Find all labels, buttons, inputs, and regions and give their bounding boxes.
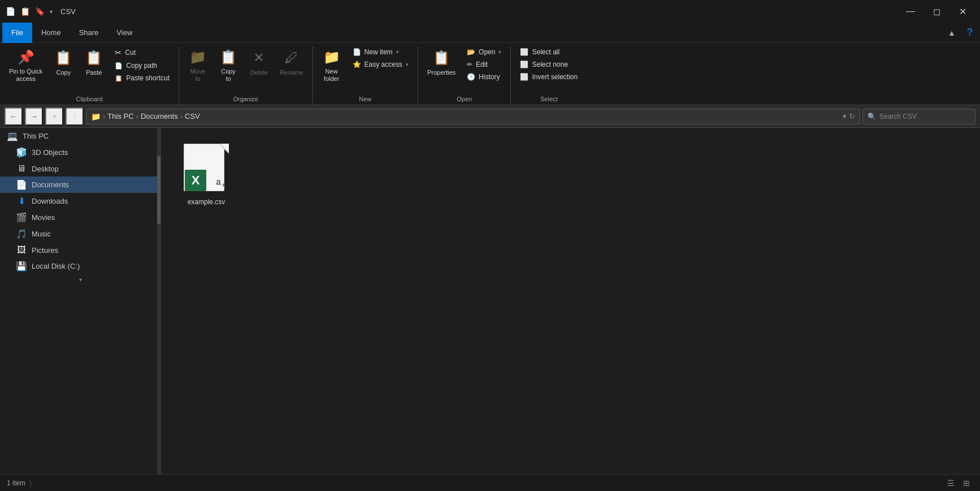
copy-icon: 📋 (54, 49, 72, 67)
easy-access-arrow: ▾ (406, 62, 409, 67)
history-button[interactable]: 🕒 History (462, 71, 506, 83)
local-disk-label: Local Disk (C:) (32, 262, 80, 270)
cut-label: Cut (125, 49, 136, 57)
address-csv[interactable]: CSV (185, 112, 200, 120)
address-chevron[interactable]: ▾ (843, 112, 847, 120)
title-icons: 📄 📋 🔖 ▾ (5, 6, 53, 17)
pictures-icon: 🖼 (16, 245, 27, 255)
address-this-pc[interactable]: This PC (107, 112, 133, 120)
address-bar[interactable]: 📁 › This PC › Documents › CSV ▾ ↻ (86, 109, 860, 124)
search-placeholder: Search CSV (879, 113, 917, 120)
tab-home[interactable]: Home (32, 23, 70, 43)
excel-badge: X (185, 170, 206, 191)
title-icon-1: 📄 (5, 6, 16, 17)
new-group: 📁 New folder 📄 New item ▾ ⭐ Easy access … (313, 46, 418, 105)
tab-file[interactable]: File (2, 23, 32, 43)
copy-to-label: Copy to (221, 68, 236, 83)
title-icon-3: 🔖 (34, 6, 45, 17)
up-button[interactable]: ↑ (66, 107, 84, 126)
title-dropdown-arrow[interactable]: ▾ (50, 8, 53, 15)
properties-button[interactable]: 📋 Properties (423, 46, 460, 85)
title-icon-2: 📋 (19, 6, 31, 17)
pin-quick-access-button[interactable]: 📌 Pin to Quick access (5, 46, 47, 85)
open-arrow: ▾ (498, 49, 501, 55)
breadcrumb-separator-1: › (103, 112, 105, 120)
organize-items: 📁 Move to 📋 Copy to ✕ Delete 🖊 Rename (184, 46, 308, 93)
file-item-example-csv[interactable]: X a, example.csv (172, 139, 240, 210)
help-button[interactable]: ? (962, 25, 978, 41)
scissors-icon: ✂ (115, 48, 122, 57)
sidebar-item-3d-objects[interactable]: 🧊 3D Objects (0, 144, 161, 161)
rename-button[interactable]: 🖊 Rename (275, 46, 308, 85)
new-label: New (318, 93, 413, 105)
select-all-button[interactable]: ⬜ Select all (515, 46, 582, 58)
open-button[interactable]: 📂 Open ▾ (462, 46, 506, 58)
window-controls: — ◻ ✕ (897, 0, 975, 23)
csv-file-icon: X a, (184, 144, 229, 195)
music-label: Music (32, 230, 51, 238)
pictures-label: Pictures (32, 246, 58, 255)
new-small-group: 📄 New item ▾ ⭐ Easy access ▾ (348, 46, 413, 70)
address-controls: ▾ ↻ (843, 112, 855, 120)
sidebar-item-local-disk[interactable]: 💾 Local Disk (C:) (0, 258, 161, 274)
sidebar-scrollbar[interactable] (157, 128, 161, 474)
sidebar-item-desktop[interactable]: 🖥 Desktop (0, 161, 161, 176)
easy-access-label: Easy access (365, 61, 402, 68)
pin-label: Pin to Quick access (9, 68, 42, 83)
tab-share[interactable]: Share (70, 23, 108, 43)
new-item-icon: 📄 (353, 48, 361, 56)
sidebar-item-downloads[interactable]: ⬇ Downloads (0, 193, 161, 209)
paste-button[interactable]: 📋 Paste (80, 46, 108, 85)
sidebar-item-music[interactable]: 🎵 Music (0, 226, 161, 242)
delete-icon: ✕ (250, 49, 268, 67)
new-folder-button[interactable]: 📁 New folder (318, 46, 346, 85)
sidebar-item-documents[interactable]: 📄 Documents (0, 176, 161, 193)
sidebar-item-pictures[interactable]: 🖼 Pictures (0, 242, 161, 258)
paste-shortcut-label: Paste shortcut (126, 74, 170, 82)
edit-button[interactable]: ✏ Edit (462, 59, 506, 70)
sidebar-item-this-pc[interactable]: 💻 This PC (0, 128, 161, 144)
back-button[interactable]: ← (5, 107, 23, 126)
forward-button[interactable]: → (25, 107, 43, 126)
address-documents[interactable]: Documents (141, 112, 178, 120)
address-refresh[interactable]: ↻ (849, 112, 855, 120)
collapse-ribbon-button[interactable]: ▲ (944, 25, 960, 41)
sidebar-item-movies[interactable]: 🎬 Movies (0, 209, 161, 226)
paste-shortcut-button[interactable]: 📋 Paste shortcut (110, 72, 174, 84)
paste-icon: 📋 (85, 49, 103, 67)
large-icon-view-button[interactable]: ⊞ (960, 476, 973, 490)
scroll-down[interactable]: ▾ (0, 274, 161, 285)
easy-access-button[interactable]: ⭐ Easy access ▾ (348, 59, 413, 70)
new-items: 📁 New folder 📄 New item ▾ ⭐ Easy access … (318, 46, 413, 93)
documents-label: Documents (32, 180, 69, 189)
delete-button[interactable]: ✕ Delete (245, 46, 273, 85)
select-none-icon: ⬜ (520, 61, 528, 68)
copy-to-button[interactable]: 📋 Copy to (214, 46, 242, 85)
clipboard-group: 📌 Pin to Quick access 📋 Copy 📋 Paste ✂ C… (0, 46, 179, 105)
invert-label: Invert selection (532, 73, 578, 81)
move-to-button[interactable]: 📁 Move to (184, 46, 212, 85)
edit-icon: ✏ (467, 61, 472, 68)
search-bar[interactable]: 🔍 Search CSV (862, 109, 975, 124)
main-area: 💻 This PC 🧊 3D Objects 🖥 Desktop 📄 Docum… (0, 128, 980, 474)
copy-path-button[interactable]: 📄 Copy path (110, 60, 174, 71)
copy-path-label: Copy path (126, 62, 157, 70)
copy-button[interactable]: 📋 Copy (49, 46, 77, 85)
invert-selection-button[interactable]: ⬜ Invert selection (515, 71, 582, 83)
desktop-label: Desktop (32, 165, 59, 173)
history-icon: 🕒 (467, 73, 475, 81)
recent-locations-button[interactable]: ▾ (45, 107, 63, 126)
close-button[interactable]: ✕ (949, 0, 975, 23)
file-name: example.csv (188, 198, 226, 206)
minimize-button[interactable]: — (897, 0, 923, 23)
select-small-group: ⬜ Select all ⬜ Select none ⬜ Invert sele… (515, 46, 582, 83)
new-item-arrow: ▾ (396, 49, 399, 55)
details-view-button[interactable]: ☰ (944, 476, 957, 490)
tab-view[interactable]: View (107, 23, 141, 43)
select-none-button[interactable]: ⬜ Select none (515, 59, 582, 70)
cut-button[interactable]: ✂ Cut (110, 46, 174, 59)
organize-group: 📁 Move to 📋 Copy to ✕ Delete 🖊 Rename Or… (179, 46, 313, 105)
status-separator: | (30, 479, 32, 487)
new-item-button[interactable]: 📄 New item ▾ (348, 46, 413, 58)
maximize-button[interactable]: ◻ (923, 0, 949, 23)
